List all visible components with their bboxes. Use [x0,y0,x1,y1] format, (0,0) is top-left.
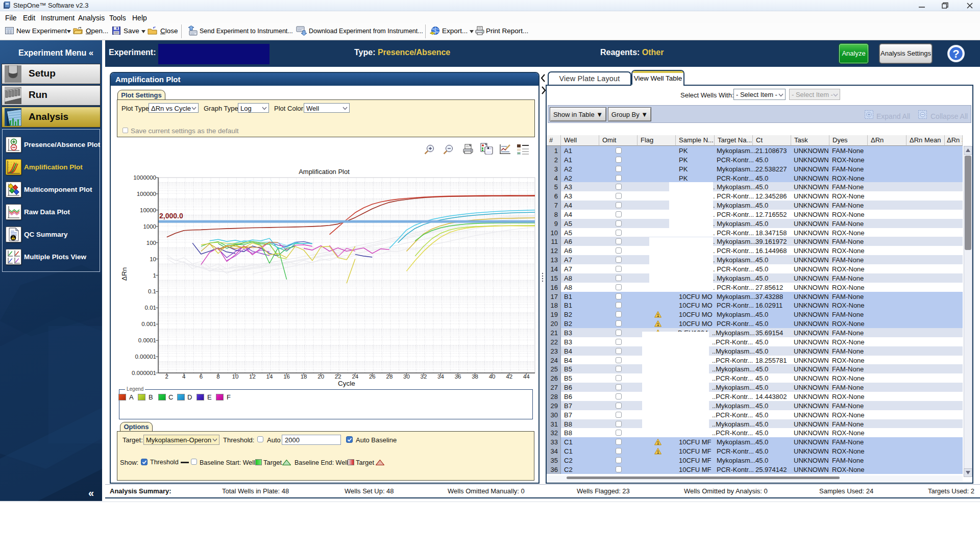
svg-text:6: 6 [200,373,203,380]
svg-text:20: 20 [317,373,324,380]
svg-text:10: 10 [150,256,156,262]
svg-text:36: 36 [455,373,461,380]
svg-text:0.001: 0.001 [141,321,156,327]
svg-text:Amplification Plot: Amplification Plot [299,168,350,176]
svg-text:1: 1 [657,440,659,445]
svg-text:8: 8 [216,373,219,380]
svg-text:44: 44 [523,373,530,380]
svg-text:18: 18 [301,373,307,380]
svg-text:0.0001: 0.0001 [138,337,156,343]
svg-text:12: 12 [249,373,256,380]
svg-text:30: 30 [403,373,410,380]
svg-text:2,000.0: 2,000.0 [159,212,183,220]
svg-text:100000: 100000 [137,191,156,197]
svg-text:1000: 1000 [143,223,156,230]
svg-text:4: 4 [182,373,186,380]
svg-text:1: 1 [657,322,659,327]
svg-text:10: 10 [232,373,239,380]
svg-text:26: 26 [369,373,376,380]
svg-text:16: 16 [283,373,290,380]
svg-text:2: 2 [165,373,168,380]
svg-text:0.1: 0.1 [148,288,156,294]
svg-text:1000000: 1000000 [133,174,156,181]
svg-text:1: 1 [657,449,659,455]
svg-text:Cycle: Cycle [338,380,355,387]
svg-text:?: ? [952,47,959,60]
svg-text:24: 24 [352,373,358,380]
svg-text:32: 32 [421,373,427,380]
svg-text:0.000001: 0.000001 [132,370,156,376]
svg-text:38: 38 [472,373,478,380]
svg-text:22: 22 [335,373,341,380]
svg-text:40: 40 [489,373,496,380]
svg-text:10000: 10000 [140,207,156,213]
svg-text:100: 100 [146,240,156,246]
svg-text:0.00001: 0.00001 [135,354,156,360]
svg-text:34: 34 [437,373,444,380]
svg-text:1: 1 [657,313,659,318]
svg-text:14: 14 [266,373,273,380]
svg-text:42: 42 [506,373,512,380]
svg-text:0.01: 0.01 [145,305,156,311]
svg-text:28: 28 [386,373,393,380]
svg-text:1: 1 [153,272,156,279]
svg-text:ΔRn: ΔRn [120,267,128,281]
